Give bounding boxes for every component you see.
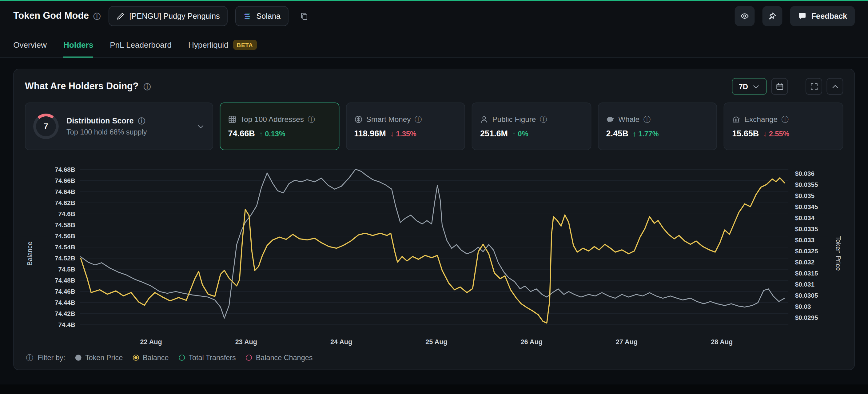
left-axis-tick: 74.44B: [55, 299, 75, 306]
panel-title: What Are Holders Doing?: [25, 81, 138, 92]
legend-item-token-price[interactable]: Token Price: [75, 354, 123, 362]
legend-dot: [133, 355, 139, 361]
bottom-strip: [0, 385, 868, 394]
stat-change: ↑ 0.13%: [259, 129, 285, 138]
fullscreen-button[interactable]: [806, 78, 822, 95]
legend-item-balance[interactable]: Balance: [133, 354, 169, 362]
calendar-button[interactable]: [771, 78, 788, 95]
right-axis-tick: $0.0305: [795, 292, 818, 299]
right-axis-tick: $0.0335: [795, 225, 818, 232]
tab-overview[interactable]: Overview: [13, 32, 47, 57]
left-axis-tick: 74.5B: [58, 265, 75, 273]
token-selector-label: [PENGU] Pudgy Penguins: [129, 12, 220, 21]
legend-item-balance-changes[interactable]: Balance Changes: [246, 354, 312, 362]
info-icon[interactable]: ⓘ: [644, 115, 651, 122]
chart-legend: ⓘ Filter by: Token PriceBalanceTotal Tra…: [25, 349, 843, 363]
bank-icon: [732, 115, 740, 123]
person-icon: [480, 115, 489, 123]
stat-card-whale[interactable]: Whaleⓘ2.45B↑ 1.77%: [598, 103, 717, 150]
stat-value: 118.96M: [354, 129, 386, 138]
stat-label: Public Figure: [492, 115, 536, 123]
right-axis-tick: $0.031: [795, 281, 814, 288]
legend-label: Balance: [143, 354, 169, 362]
stat-change: ↓ 2.55%: [764, 129, 789, 138]
chevron-up-icon: [831, 82, 839, 90]
page-title: Token God Mode: [13, 10, 89, 22]
distribution-score-value: 7: [36, 116, 56, 136]
chain-selector-label: Solana: [256, 12, 280, 21]
x-axis-tick: 23 Aug: [235, 338, 257, 346]
collapse-panel-button[interactable]: [827, 78, 843, 95]
info-icon[interactable]: ⓘ: [308, 115, 315, 122]
holders-chart[interactable]: 74.68B74.66B74.64B74.62B74.6B74.58B74.56…: [35, 158, 833, 349]
stat-change: ↑ 1.77%: [633, 129, 659, 138]
header: Token God Mode ⓘ [PENGU] Pudgy Penguins …: [0, 0, 868, 32]
pin-icon: [768, 12, 777, 21]
chain-selector-button[interactable]: Solana: [235, 6, 288, 26]
info-icon[interactable]: ⓘ: [144, 83, 151, 90]
info-icon[interactable]: ⓘ: [138, 117, 145, 124]
x-axis-tick: 25 Aug: [425, 338, 447, 346]
stat-change: ↑ 0%: [512, 129, 528, 138]
stat-value: 2.45B: [606, 129, 628, 138]
legend-label: Total Transfers: [189, 354, 236, 362]
stat-card-top-100-addresses[interactable]: Top 100 Addressesⓘ74.66B↑ 0.13%: [220, 103, 339, 150]
right-axis-tick: $0.034: [795, 214, 815, 221]
legend-item-total-transfers[interactable]: Total Transfers: [179, 354, 236, 362]
stat-value: 251.6M: [480, 129, 508, 138]
info-icon[interactable]: ⓘ: [414, 115, 422, 122]
watch-button[interactable]: [735, 6, 755, 26]
right-axis-tick: $0.0325: [795, 248, 818, 255]
stat-card-smart-money[interactable]: Smart Moneyⓘ118.96M↓ 1.35%: [346, 103, 465, 150]
right-axis-tick: $0.0295: [795, 314, 818, 321]
tab-label: Overview: [13, 40, 47, 49]
stat-label: Top 100 Addresses: [240, 115, 304, 123]
panel-controls: 7D: [732, 78, 843, 95]
left-axis-tick: 74.6B: [58, 210, 75, 217]
info-icon[interactable]: ⓘ: [540, 115, 547, 122]
whale-icon: [606, 115, 615, 123]
right-axis-tick: $0.0355: [795, 181, 818, 188]
info-icon[interactable]: ⓘ: [93, 12, 100, 20]
tab-label: PnL Leaderboard: [110, 40, 172, 49]
left-axis-tick: 74.66B: [55, 177, 75, 184]
legend-label: Balance Changes: [256, 354, 313, 362]
main-content: What Are Holders Doing? ⓘ 7D: [0, 58, 868, 370]
right-axis-tick: $0.03: [795, 303, 811, 310]
chat-bubble-icon: [798, 12, 807, 21]
grid-icon: [228, 115, 237, 123]
right-axis-tick: $0.032: [795, 258, 814, 265]
right-axis-tick: $0.033: [795, 236, 814, 244]
copy-icon: [300, 12, 309, 20]
legend-dot: [75, 355, 82, 361]
range-selector[interactable]: 7D: [732, 78, 767, 95]
info-icon[interactable]: ⓘ: [781, 115, 788, 122]
stat-card-public-figure[interactable]: Public Figureⓘ251.6M↑ 0%: [472, 103, 591, 150]
pencil-icon: [116, 12, 124, 20]
x-axis-tick: 22 Aug: [140, 338, 162, 346]
tab-holders[interactable]: Holders: [63, 32, 93, 57]
panel-title-group: What Are Holders Doing? ⓘ: [25, 81, 151, 92]
legend-dot: [246, 355, 252, 361]
tab-hyperliquid[interactable]: HyperliquidBETA: [188, 32, 257, 57]
copy-address-button[interactable]: [296, 6, 312, 26]
info-icon[interactable]: ⓘ: [26, 354, 33, 361]
chevron-down-icon: [752, 82, 760, 90]
x-axis-tick: 26 Aug: [521, 338, 542, 346]
distribution-subtitle: Top 100 hold 68% supply: [66, 128, 189, 136]
pin-button[interactable]: [763, 6, 782, 26]
stat-card-exchange[interactable]: Exchangeⓘ15.65B↓ 2.55%: [724, 103, 843, 150]
legend-title-label: Filter by:: [37, 354, 65, 362]
legend-label: Token Price: [85, 354, 123, 362]
token-selector-button[interactable]: [PENGU] Pudgy Penguins: [108, 6, 227, 26]
chevron-down-icon[interactable]: [196, 122, 205, 131]
right-axis-title: Token Price: [833, 158, 843, 349]
left-axis-tick: 74.56B: [55, 232, 75, 240]
tab-pnl-leaderboard[interactable]: PnL Leaderboard: [110, 32, 172, 57]
legend-title: ⓘ Filter by:: [26, 354, 65, 362]
feedback-button[interactable]: Feedback: [790, 6, 855, 26]
x-axis-tick: 28 Aug: [711, 338, 733, 346]
left-axis-tick: 74.54B: [55, 244, 75, 251]
coin-icon: [354, 115, 362, 123]
distribution-score-card[interactable]: 7 Distribution Score ⓘ Top 100 hold 68% …: [25, 103, 213, 150]
